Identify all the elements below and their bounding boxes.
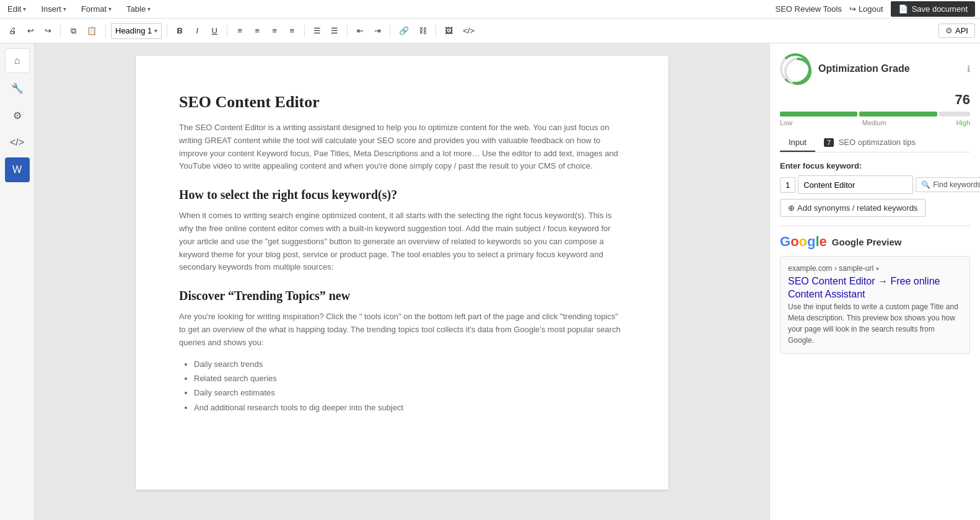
editor-paragraph-3: Are you're looking for writing inspirati… xyxy=(179,311,625,349)
menu-bar: Edit ▾ Insert ▾ Format ▾ Table ▾ SEO Rev… xyxy=(0,0,980,19)
toolbar-separator-2 xyxy=(105,25,106,37)
paste-button[interactable]: 📋 xyxy=(83,23,100,39)
editor-list: Daily search trends Related search queri… xyxy=(194,357,625,415)
align-center-button[interactable]: ≡ xyxy=(250,23,265,39)
sidebar-wrench-icon[interactable]: 🔧 xyxy=(5,76,30,100)
list-item: And additional research tools to dig dee… xyxy=(194,400,625,415)
editor-paragraph-1: The SEO Content Editor is a writing assi… xyxy=(179,121,625,173)
main-layout: ⌂ 🔧 ⚙ </> W SEO Content Editor The SEO C… xyxy=(0,43,980,520)
gp-link[interactable]: SEO Content Editor → Free online Content… xyxy=(788,276,940,299)
undo-button[interactable]: ↩ xyxy=(23,23,38,39)
editor-area[interactable]: SEO Content Editor The SEO Content Edito… xyxy=(35,43,769,520)
link-button[interactable]: 🔗 xyxy=(395,23,413,39)
gp-description: Use the input fields to write a custom p… xyxy=(788,301,962,346)
grade-circle xyxy=(780,53,811,84)
indent-button[interactable]: ⇥ xyxy=(370,23,385,39)
editor-heading-3: Discover “Trending Topics” new xyxy=(179,289,625,303)
sidebar-home-icon[interactable]: ⌂ xyxy=(5,48,30,73)
align-justify-button[interactable]: ≡ xyxy=(284,23,299,39)
print-button[interactable]: 🖨 xyxy=(5,23,20,39)
optimization-grade-section: Optimization Grade ℹ xyxy=(780,53,970,84)
outdent-button[interactable]: ⇤ xyxy=(352,23,367,39)
google-preview-title: Google Preview xyxy=(832,237,902,247)
right-panel: Optimization Grade ℹ 76 Low Medium High … xyxy=(769,43,980,520)
api-button[interactable]: ⚙ API xyxy=(938,24,975,38)
plus-icon: ⊕ xyxy=(788,203,795,213)
list-item: Daily search estimates xyxy=(194,386,625,400)
find-keywords-button[interactable]: 🔍 Find keywords xyxy=(916,177,980,192)
grade-info-icon[interactable]: ℹ xyxy=(967,64,970,74)
editor-content[interactable]: SEO Content Editor The SEO Content Edito… xyxy=(179,93,625,415)
toolbar: 🖨 ↩ ↪ ⧉ 📋 Heading 1 ▾ B I U ≡ ≡ ≡ ≡ ☰ ☰ … xyxy=(0,19,980,43)
numbered-list-button[interactable]: ☰ xyxy=(327,23,342,39)
bold-button[interactable]: B xyxy=(172,23,187,39)
google-preview-box: example.com › sample-url ▾ SEO Content E… xyxy=(780,256,970,354)
grade-bar-low xyxy=(780,112,857,117)
dashed-divider xyxy=(780,226,970,226)
toolbar-separator-7 xyxy=(390,25,390,37)
align-left-button[interactable]: ≡ xyxy=(232,23,247,39)
toolbar-separator-5 xyxy=(304,25,305,37)
list-item: Daily search trends xyxy=(194,357,625,371)
toolbar-separator-1 xyxy=(60,25,61,37)
keyword-row: 1 🔍 Find keywords xyxy=(780,175,970,194)
tab-input[interactable]: Input xyxy=(780,134,815,152)
menu-table[interactable]: Table ▾ xyxy=(124,3,153,15)
grade-bar-mid xyxy=(859,112,937,117)
toolbar-separator-6 xyxy=(347,25,348,37)
seo-tips-badge: 7 xyxy=(824,138,834,147)
save-document-button[interactable]: 📄 Save document xyxy=(891,1,975,17)
seo-review-tools-label: SEO Review Tools xyxy=(775,4,841,14)
sidebar-settings-icon[interactable]: ⚙ xyxy=(5,103,30,128)
bullet-list-button[interactable]: ☰ xyxy=(310,23,325,39)
toolbar-separator-8 xyxy=(435,25,436,37)
toolbar-separator-3 xyxy=(167,25,167,37)
menu-format[interactable]: Format ▾ xyxy=(79,3,114,15)
tab-seo-tips[interactable]: 7 SEO optimization tips xyxy=(815,134,924,152)
image-button[interactable]: 🖼 xyxy=(441,23,457,39)
editor-heading-2: How to select the right focus keyword(s)… xyxy=(179,188,625,202)
underline-button[interactable]: U xyxy=(207,23,222,39)
menu-insert[interactable]: Insert ▾ xyxy=(38,3,69,15)
toolbar-separator-4 xyxy=(227,25,227,37)
focus-keyword-label: Enter focus keyword: xyxy=(780,161,970,170)
top-right-area: SEO Review Tools ↪ Logout 📄 Save documen… xyxy=(775,1,975,17)
sidebar-word-icon[interactable]: W xyxy=(5,157,30,182)
panel-tabs: Input 7 SEO optimization tips xyxy=(780,134,970,152)
gear-icon: ⚙ xyxy=(945,26,953,35)
grade-title: Optimization Grade xyxy=(818,63,910,74)
editor-heading-1: SEO Content Editor xyxy=(179,93,625,112)
grade-bar-high xyxy=(939,112,970,117)
unlink-button[interactable]: ⛓ xyxy=(415,23,431,39)
code-button[interactable]: </> xyxy=(459,23,478,39)
gp-url: example.com › sample-url ▾ xyxy=(788,264,962,273)
menu-edit[interactable]: Edit ▾ xyxy=(5,3,28,15)
sidebar-code-icon[interactable]: </> xyxy=(5,130,30,155)
search-icon: 🔍 xyxy=(921,180,930,189)
keyword-number: 1 xyxy=(780,177,795,193)
editor-page: SEO Content Editor The SEO Content Edito… xyxy=(136,56,668,490)
italic-button[interactable]: I xyxy=(190,23,204,39)
keyword-input[interactable] xyxy=(798,175,913,194)
list-item: Related search queries xyxy=(194,371,625,386)
grade-bar-container xyxy=(780,112,970,117)
add-synonyms-button[interactable]: ⊕ Add synonyms / related keywords xyxy=(780,199,925,217)
grade-bar-labels: Low Medium High xyxy=(780,119,970,126)
copy-button[interactable]: ⧉ xyxy=(66,23,81,39)
logout-button[interactable]: ↪ Logout xyxy=(849,4,883,14)
align-right-button[interactable]: ≡ xyxy=(267,23,282,39)
left-sidebar: ⌂ 🔧 ⚙ </> W xyxy=(0,43,35,520)
google-preview-header: Google Google Preview xyxy=(780,234,970,250)
grade-number: 76 xyxy=(780,92,970,108)
google-g-logo: Google xyxy=(780,234,827,250)
heading-select[interactable]: Heading 1 ▾ xyxy=(111,23,162,39)
redo-button[interactable]: ↪ xyxy=(40,23,55,39)
editor-paragraph-2: When it comes to writing search engine o… xyxy=(179,209,625,274)
